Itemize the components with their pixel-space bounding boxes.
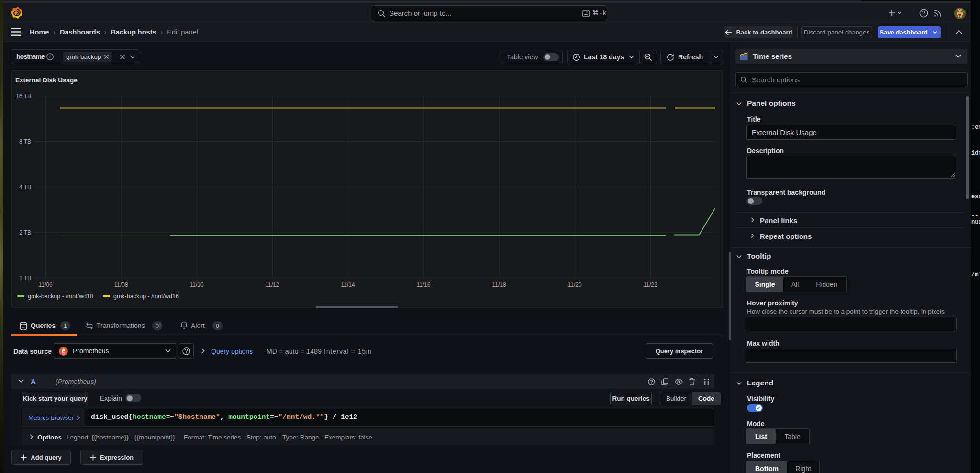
svg-text:11/16: 11/16 bbox=[416, 282, 430, 288]
svg-text:gmk-backup - /mnt/wd10: gmk-backup - /mnt/wd10 bbox=[28, 293, 93, 300]
svg-text:11/08: 11/08 bbox=[114, 282, 128, 288]
svg-text:16 TB: 16 TB bbox=[16, 93, 31, 100]
svg-text:8 TB: 8 TB bbox=[19, 138, 31, 145]
svg-text:11/06: 11/06 bbox=[38, 282, 52, 288]
svg-text:2 TB: 2 TB bbox=[19, 229, 31, 236]
svg-text:gmk-backup - /mnt/wd16: gmk-backup - /mnt/wd16 bbox=[113, 293, 179, 300]
svg-text:11/10: 11/10 bbox=[189, 282, 203, 288]
svg-text:1 TB: 1 TB bbox=[19, 275, 31, 282]
svg-text:4 TB: 4 TB bbox=[19, 184, 31, 191]
svg-text:11/18: 11/18 bbox=[492, 282, 506, 288]
svg-text:11/14: 11/14 bbox=[341, 282, 355, 288]
svg-text:11/20: 11/20 bbox=[568, 282, 581, 288]
svg-text:11/22: 11/22 bbox=[643, 282, 657, 288]
svg-text:11/12: 11/12 bbox=[265, 282, 279, 288]
